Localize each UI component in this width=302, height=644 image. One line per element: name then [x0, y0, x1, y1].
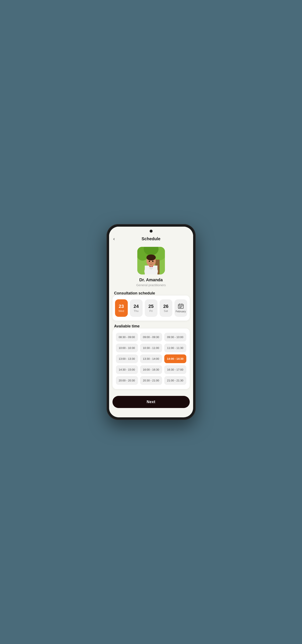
- available-time-section-title: Avaliable time: [109, 320, 145, 331]
- svg-rect-17: [180, 306, 181, 307]
- doctor-name: Dr. Amanda: [139, 278, 162, 282]
- time-slot-1030[interactable]: 10:30 - 11:00: [140, 344, 162, 352]
- svg-rect-18: [181, 306, 182, 307]
- svg-rect-19: [179, 307, 180, 308]
- time-slot-0930[interactable]: 09:30 - 10:00: [164, 333, 186, 342]
- date-num-26: 26: [163, 304, 168, 309]
- time-slot-1330[interactable]: 13:30 - 14:00: [140, 354, 162, 363]
- time-slot-1430[interactable]: 14:30 - 15:00: [116, 365, 138, 374]
- date-num-24: 24: [134, 304, 139, 309]
- time-slot-0900[interactable]: 09:00 - 09:30: [140, 333, 162, 342]
- time-slot-1400[interactable]: 14:00 - 14:30: [164, 354, 186, 363]
- date-num-23: 23: [119, 304, 124, 309]
- time-slot-1000[interactable]: 10:00 - 10:30: [116, 344, 138, 352]
- page-title: Schedule: [142, 236, 160, 241]
- header: ‹ Schedule: [109, 234, 193, 245]
- date-item-23[interactable]: 23 Wed: [115, 299, 128, 317]
- time-slot-2000[interactable]: 20:00 - 20:30: [116, 376, 138, 385]
- svg-point-9: [149, 261, 150, 262]
- time-slot-1600[interactable]: 16:00 - 16:30: [140, 365, 162, 374]
- svg-rect-16: [179, 306, 180, 307]
- phone-screen: ‹ Schedule: [109, 227, 193, 417]
- doctor-profile: Dr. Amanda General practitioners: [109, 245, 193, 291]
- phone-frame: ‹ Schedule: [107, 224, 196, 420]
- date-day-25: Fri: [150, 309, 152, 312]
- time-grid: 08:30 - 09:00 09:00 - 09:30 09:30 - 10:0…: [116, 333, 186, 385]
- date-day-24: Thu: [134, 309, 138, 312]
- calendar-icon: [178, 303, 184, 309]
- camera-dot: [150, 230, 152, 232]
- next-button[interactable]: Next: [113, 396, 190, 408]
- date-day-26: Sat: [164, 309, 168, 312]
- svg-point-8: [147, 254, 156, 260]
- time-slot-2030[interactable]: 20:30 - 21:00: [140, 376, 162, 385]
- time-slot-1630[interactable]: 16:30 - 17:00: [164, 365, 186, 374]
- date-item-24[interactable]: 24 Thu: [130, 299, 143, 317]
- calendar-button[interactable]: February: [174, 299, 187, 317]
- consultation-section-title: Consultation schedule: [109, 288, 160, 298]
- date-day-23: Wed: [118, 309, 124, 312]
- back-button[interactable]: ‹: [113, 237, 115, 241]
- scroll-content: ‹ Schedule: [109, 234, 193, 417]
- time-slots-container: 08:30 - 09:00 09:00 - 09:30 09:30 - 10:0…: [113, 328, 190, 389]
- svg-point-11: [151, 262, 151, 264]
- avatar: [137, 247, 165, 274]
- svg-rect-20: [180, 307, 181, 308]
- camera-notch: [109, 227, 193, 234]
- calendar-month-label: February: [175, 310, 186, 313]
- svg-point-10: [152, 261, 153, 262]
- time-slot-2100[interactable]: 21:00 - 21:30: [164, 376, 186, 385]
- date-selector: 23 Wed 24 Thu 25 Fri 26 Sat: [113, 296, 190, 320]
- time-slot-1300[interactable]: 13:00 - 13:30: [116, 354, 138, 363]
- time-slot-0830[interactable]: 08:30 - 09:00: [116, 333, 138, 342]
- next-button-container: Next: [109, 393, 193, 413]
- doctor-specialty: General practitioners: [136, 283, 166, 287]
- date-item-26[interactable]: 26 Sat: [159, 299, 172, 317]
- time-slot-1100[interactable]: 11:00 - 11:30: [164, 344, 186, 352]
- date-item-25[interactable]: 25 Fri: [145, 299, 157, 317]
- date-row: 23 Wed 24 Thu 25 Fri 26 Sat: [115, 299, 187, 317]
- date-num-25: 25: [148, 304, 153, 309]
